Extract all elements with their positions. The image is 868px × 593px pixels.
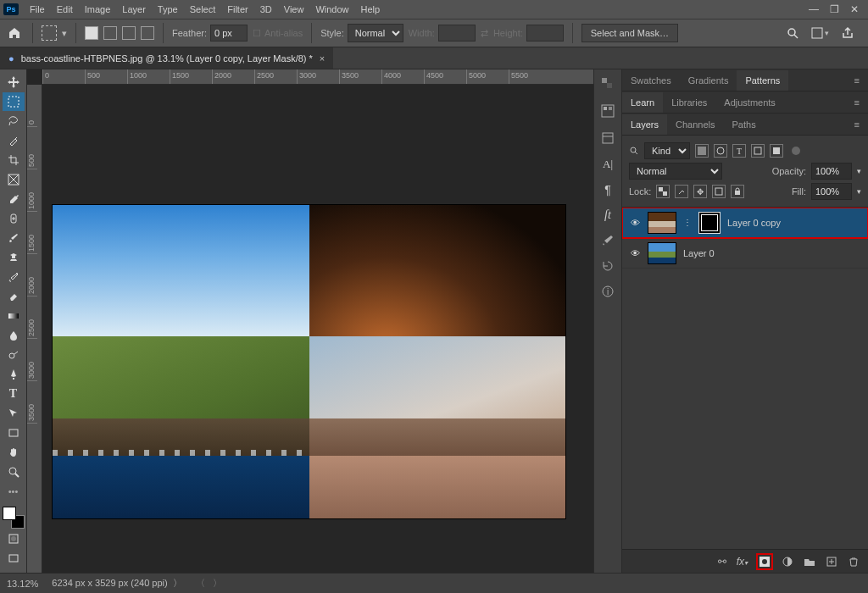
add-selection-icon[interactable]	[103, 26, 117, 40]
type-tool[interactable]: T	[3, 385, 25, 403]
gradient-tool[interactable]	[3, 307, 25, 325]
tab-swatches[interactable]: Swatches	[622, 70, 680, 91]
canvas-area[interactable]: 0500100015002000250030003500400045005000…	[27, 69, 593, 573]
layer-name[interactable]: Layer 0 copy	[727, 218, 781, 228]
screen-mode-icon[interactable]	[3, 549, 25, 568]
history-brush-tool[interactable]	[3, 268, 25, 286]
add-mask-icon[interactable]	[758, 555, 771, 568]
lock-position-icon[interactable]: ✥	[693, 185, 707, 198]
character-panel-icon[interactable]: A|	[603, 158, 613, 171]
layer-mask-thumbnail[interactable]	[698, 212, 721, 234]
document-canvas[interactable]	[53, 205, 565, 518]
brush-tool[interactable]	[3, 229, 25, 247]
layer-thumbnail[interactable]	[648, 242, 676, 264]
pen-tool[interactable]	[3, 365, 25, 384]
menu-help[interactable]: Help	[355, 4, 387, 14]
rectangle-tool[interactable]	[3, 424, 25, 442]
tab-layers[interactable]: Layers	[622, 114, 667, 135]
color-swatches[interactable]	[3, 507, 25, 529]
subtract-selection-icon[interactable]	[122, 26, 136, 40]
new-selection-icon[interactable]	[85, 26, 98, 40]
tab-channels[interactable]: Channels	[667, 114, 723, 135]
panel-menu-icon[interactable]: ≡	[846, 70, 868, 91]
layer-filter-kind[interactable]: Kind	[644, 142, 690, 159]
edit-toolbar-icon[interactable]: •••	[3, 482, 25, 501]
zoom-level[interactable]: 13.12%	[7, 579, 38, 589]
close-tab-icon[interactable]: ×	[320, 53, 325, 64]
filter-type-icon[interactable]: T	[732, 144, 746, 158]
filter-shape-icon[interactable]	[751, 144, 765, 158]
move-tool[interactable]	[3, 73, 25, 91]
panel-menu-icon[interactable]: ≡	[846, 114, 868, 135]
lasso-tool[interactable]	[3, 112, 25, 130]
layer-thumbnail[interactable]	[648, 212, 676, 234]
menu-3d[interactable]: 3D	[254, 4, 278, 14]
document-tab[interactable]: ● bass-coastline-HTBPNES.jpg @ 13.1% (La…	[0, 47, 333, 69]
info-panel-icon[interactable]: i	[601, 285, 615, 298]
workspace-switcher-icon[interactable]: ▾	[811, 27, 829, 39]
clone-stamp-tool[interactable]	[3, 248, 25, 267]
tab-paths[interactable]: Paths	[724, 114, 765, 135]
lock-transparency-icon[interactable]	[656, 185, 670, 198]
history-panel-icon[interactable]	[601, 259, 615, 273]
search-icon[interactable]	[786, 26, 799, 40]
blend-mode-select[interactable]: Normal	[629, 163, 722, 180]
mask-link-icon[interactable]: ⋮	[683, 218, 692, 227]
search-icon[interactable]	[629, 146, 639, 156]
crop-tool[interactable]	[3, 151, 25, 169]
link-layers-icon[interactable]: ⚯	[718, 556, 726, 568]
menu-file[interactable]: File	[24, 4, 51, 14]
lock-image-icon[interactable]	[675, 185, 688, 198]
feather-input[interactable]	[210, 25, 248, 42]
menu-filter[interactable]: Filter	[221, 4, 253, 14]
window-close-button[interactable]: ✕	[844, 3, 865, 15]
menu-type[interactable]: Type	[152, 4, 184, 14]
tab-learn[interactable]: Learn	[622, 92, 663, 113]
menu-layer[interactable]: Layer	[116, 4, 152, 14]
menu-select[interactable]: Select	[184, 4, 222, 14]
new-layer-icon[interactable]	[826, 556, 837, 568]
intersect-selection-icon[interactable]	[141, 26, 154, 40]
paragraph-panel-icon[interactable]: ¶	[604, 183, 611, 197]
tool-preset-picker[interactable]	[42, 25, 57, 41]
menu-image[interactable]: Image	[79, 4, 117, 14]
brush-panel-icon[interactable]	[601, 234, 615, 247]
menu-window[interactable]: Window	[309, 4, 354, 14]
eyedropper-tool[interactable]	[3, 190, 25, 208]
lock-artboard-icon[interactable]	[712, 185, 726, 198]
fill-input[interactable]	[811, 183, 852, 200]
menu-view[interactable]: View	[278, 4, 310, 14]
filter-pixel-icon[interactable]	[695, 144, 709, 158]
tab-adjustments[interactable]: Adjustments	[715, 92, 784, 113]
filter-toggle-icon[interactable]	[792, 147, 800, 155]
delete-layer-icon[interactable]	[848, 556, 860, 568]
tab-gradients[interactable]: Gradients	[680, 70, 737, 91]
filter-smart-icon[interactable]	[770, 144, 783, 158]
dodge-tool[interactable]	[3, 346, 25, 364]
swatches-panel-icon[interactable]	[600, 103, 615, 119]
libraries-panel-icon[interactable]	[600, 130, 615, 146]
window-maximize-button[interactable]: ❐	[824, 3, 844, 15]
panel-menu-icon[interactable]: ≡	[846, 92, 868, 113]
new-adjustment-icon[interactable]	[782, 556, 793, 568]
tab-patterns[interactable]: Patterns	[737, 70, 788, 91]
doc-dimensions[interactable]: 6234 px x 3529 px (240 ppi) 〉	[52, 577, 182, 590]
new-group-icon[interactable]	[804, 556, 815, 568]
layer-row[interactable]: 👁 ⋮ Layer 0 copy	[622, 208, 868, 238]
share-icon[interactable]	[841, 26, 854, 40]
lock-all-icon[interactable]	[731, 185, 744, 198]
color-panel-icon[interactable]	[600, 76, 615, 91]
healing-brush-tool[interactable]	[3, 209, 25, 228]
opacity-input[interactable]	[811, 163, 852, 180]
visibility-icon[interactable]: 👁	[629, 248, 641, 258]
blur-tool[interactable]	[3, 326, 25, 345]
path-selection-tool[interactable]	[3, 404, 25, 423]
glyphs-panel-icon[interactable]: ſt	[604, 208, 611, 222]
zoom-tool[interactable]	[3, 463, 25, 481]
layer-row[interactable]: 👁 Layer 0	[622, 238, 868, 269]
tab-libraries[interactable]: Libraries	[663, 92, 715, 113]
layer-fx-icon[interactable]: fx▾	[737, 556, 748, 568]
quick-selection-tool[interactable]	[3, 131, 25, 150]
marquee-tool[interactable]	[3, 92, 25, 111]
layer-name[interactable]: Layer 0	[683, 248, 715, 258]
